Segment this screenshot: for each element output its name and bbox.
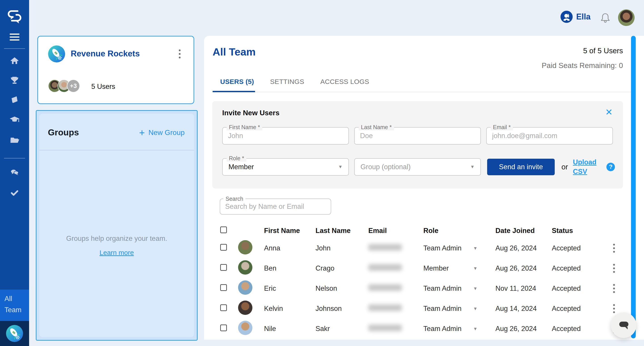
- row-role-select[interactable]: Team Admin ▼: [419, 325, 491, 333]
- last-name-field: Last Name *: [354, 127, 481, 144]
- user-avatar: [238, 300, 252, 315]
- status-cell: Accepted: [547, 244, 604, 252]
- row-checkbox[interactable]: [220, 264, 227, 271]
- sidebar-item-tasks[interactable]: [0, 188, 29, 198]
- last-name-cell: Sakr: [311, 325, 364, 333]
- new-group-label: New Group: [148, 128, 184, 137]
- new-group-button[interactable]: + New Group: [139, 128, 184, 137]
- groups-title: Groups: [48, 128, 79, 138]
- assistant-avatar-icon: [560, 11, 572, 23]
- date-joined-cell: Aug 14, 2024: [491, 304, 547, 313]
- groups-divider: [40, 150, 194, 150]
- date-joined-cell: Aug 26, 2024: [491, 325, 547, 333]
- vertical-scrollbar[interactable]: [631, 36, 636, 338]
- row-menu-kebab-icon[interactable]: [613, 244, 615, 253]
- main-panel: All Team 5 of 5 Users Paid Seats Remaini…: [204, 36, 644, 340]
- header-date-joined: Date Joined: [491, 227, 547, 235]
- sidebar-divider: [4, 158, 25, 158]
- row-checkbox[interactable]: [220, 244, 227, 251]
- sidebar-item-files[interactable]: [0, 135, 29, 145]
- team-rocket-avatar: $: [48, 46, 65, 63]
- role-select[interactable]: Role * Member ▼: [222, 158, 349, 176]
- tab-settings[interactable]: SETTINGS: [270, 78, 304, 86]
- trophy-icon: [10, 75, 20, 86]
- help-icon[interactable]: ?: [606, 163, 615, 171]
- first-name-field: First Name *: [222, 127, 349, 144]
- redacted-email: [368, 324, 402, 331]
- header-last-name: Last Name: [311, 227, 364, 235]
- tab-access-logs[interactable]: ACCESS LOGS: [320, 78, 369, 86]
- team-menu-kebab-icon[interactable]: [179, 50, 180, 58]
- row-menu-kebab-icon[interactable]: [613, 264, 615, 273]
- header-first-name: First Name: [260, 227, 311, 235]
- first-name-cell: Ben: [260, 264, 311, 272]
- row-checkbox[interactable]: [220, 304, 227, 311]
- redacted-email: [368, 264, 402, 271]
- groups-card: Groups + New Group Groups help organize …: [40, 114, 194, 337]
- app-root: All Team $: [0, 0, 644, 346]
- invite-fields-row: First Name * Last Name * Email *: [222, 127, 613, 144]
- row-menu-kebab-icon[interactable]: [613, 304, 615, 313]
- sidebar-team-switcher[interactable]: $: [0, 321, 29, 346]
- redacted-email: [368, 304, 402, 311]
- sidebar-item-training[interactable]: [0, 114, 29, 125]
- sidebar-item-achievements[interactable]: [0, 75, 29, 86]
- users-table: First Name Last Name Email Role Date Joi…: [212, 223, 624, 339]
- sidebar-item-home[interactable]: [0, 56, 29, 66]
- team-name: Revenue Rockets: [71, 49, 140, 58]
- row-role-select[interactable]: Team Admin ▼: [419, 244, 491, 252]
- row-menu-kebab-icon[interactable]: [613, 284, 615, 293]
- date-joined-cell: Aug 26, 2024: [491, 264, 547, 272]
- row-role-select[interactable]: Team Admin ▼: [419, 284, 491, 292]
- notifications-bell-icon[interactable]: [600, 12, 610, 24]
- table-row: Ben Crago Member ▼ Aug 26, 2024 Accepted: [212, 258, 624, 278]
- group-select[interactable]: Group (optional) ▼: [354, 158, 481, 176]
- sidebar-item-library[interactable]: [0, 95, 29, 105]
- invite-actions-row: Role * Member ▼ Group (optional) ▼ Send …: [222, 158, 615, 176]
- group-placeholder: Group (optional): [360, 163, 410, 171]
- upload-csv-link[interactable]: Upload CSV: [573, 158, 602, 176]
- header-email: Email: [364, 227, 419, 235]
- role-value: Member: [423, 264, 449, 272]
- chevron-down-icon: ▼: [473, 306, 478, 311]
- book-icon: [10, 95, 20, 105]
- first-name-cell: Anna: [260, 244, 311, 252]
- assistant-name: Ella: [576, 12, 590, 22]
- table-row: Eric Nelson Team Admin ▼ Nov 11, 2024 Ac…: [212, 278, 624, 298]
- active-tab-indicator: [212, 91, 255, 92]
- row-checkbox[interactable]: [220, 324, 227, 331]
- app-logo: [0, 8, 29, 26]
- team-avatar-group: +3: [48, 80, 80, 92]
- header-status: Status: [547, 227, 604, 235]
- row-role-select[interactable]: Team Admin ▼: [419, 304, 491, 313]
- close-icon[interactable]: ✕: [605, 107, 613, 117]
- row-checkbox[interactable]: [220, 284, 227, 291]
- menu-hamburger-icon[interactable]: [10, 34, 20, 42]
- tab-users[interactable]: USERS (5): [220, 78, 254, 86]
- users-table-header: First Name Last Name Email Role Date Joi…: [212, 223, 624, 238]
- first-name-cell: Nile: [260, 325, 311, 333]
- user-profile-avatar[interactable]: [618, 10, 634, 26]
- row-role-select[interactable]: Member ▼: [419, 264, 491, 272]
- header-role: Role: [419, 227, 491, 235]
- last-name-cell: Johnson: [311, 304, 364, 313]
- sidebar-item-all-team-active[interactable]: All Team: [0, 290, 29, 321]
- users-table-body: Anna John Team Admin ▼ Aug 26, 2024 Acce…: [212, 238, 624, 339]
- select-all-checkbox[interactable]: [220, 226, 227, 233]
- plus-icon: +: [139, 129, 145, 136]
- last-name-cell: John: [311, 244, 364, 252]
- last-name-cell: Nelson: [311, 284, 364, 292]
- assistant-chip[interactable]: Ella: [560, 11, 590, 23]
- role-value: Team Admin: [423, 304, 462, 313]
- tab-rule: [212, 92, 631, 92]
- last-name-label: Last Name *: [359, 124, 394, 130]
- chat-launcher-button[interactable]: [611, 312, 636, 338]
- groups-learn-more-link[interactable]: Learn more: [40, 249, 194, 256]
- sidebar-item-messages[interactable]: [0, 168, 29, 178]
- send-invite-button[interactable]: Send an invite: [487, 159, 555, 175]
- invite-panel: Invite New Users ✕ First Name * Last Nam…: [212, 101, 623, 188]
- first-name-cell: Kelvin: [260, 304, 311, 313]
- chevron-down-icon: ▼: [470, 164, 474, 170]
- avatar-overflow-badge: +3: [67, 80, 80, 92]
- email-field: Email *: [486, 127, 613, 144]
